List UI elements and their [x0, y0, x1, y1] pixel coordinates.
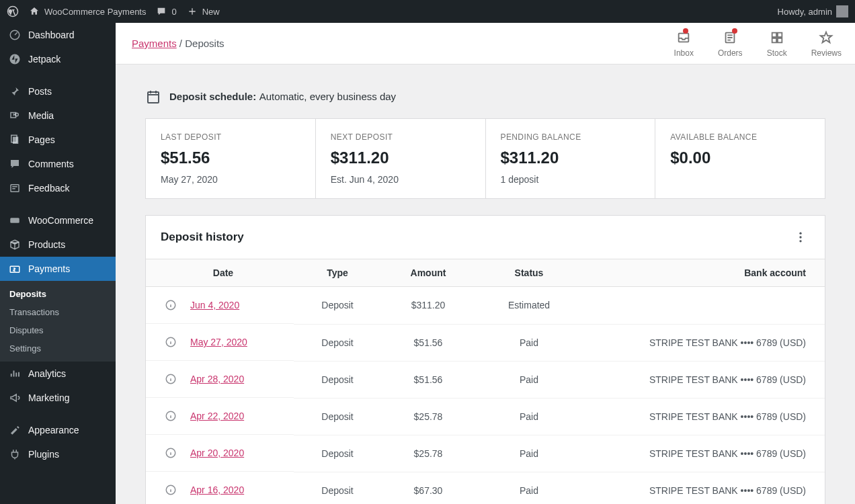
svg-point-17	[799, 236, 801, 238]
analytics-icon	[8, 367, 22, 380]
admin-bar: WooCommerce Payments 0 New Howdy, admin	[0, 0, 855, 23]
svg-rect-14	[778, 38, 782, 42]
comment-icon	[8, 157, 22, 171]
table-row[interactable]: May 27, 2020 Deposit $51.56 Paid STRIPE …	[146, 324, 825, 361]
site-link[interactable]: WooCommerce Payments	[28, 5, 146, 17]
card-title: NEXT DEPOSIT	[331, 132, 471, 142]
card-available-balance: AVAILABLE BALANCE $0.00	[655, 119, 825, 198]
col-bank[interactable]: Bank account	[583, 259, 825, 287]
col-amount[interactable]: Amount	[381, 259, 475, 287]
topbar-action-inbox[interactable]: Inbox	[674, 30, 694, 58]
cell-bank: STRIPE TEST BANK •••• 6789 (USD)	[583, 472, 825, 504]
deposit-date-link[interactable]: Jun 4, 2020	[190, 300, 239, 310]
breadcrumb-current: Deposits	[185, 38, 224, 49]
col-status[interactable]: Status	[475, 259, 583, 287]
svg-rect-7	[10, 218, 19, 223]
sidebar-sub-settings[interactable]: Settings	[0, 339, 116, 358]
cell-amount: $25.78	[381, 398, 475, 435]
cell-status: Paid	[475, 472, 583, 504]
table-row[interactable]: Jun 4, 2020 Deposit $311.20 Estimated	[146, 287, 825, 325]
summary-cards: LAST DEPOSIT $51.56 May 27, 2020 NEXT DE…	[145, 118, 825, 199]
card-sub: 1 deposit	[501, 174, 641, 185]
col-date[interactable]: Date	[146, 259, 294, 287]
sidebar-item-comments[interactable]: Comments	[0, 152, 116, 176]
calendar-icon	[145, 89, 161, 105]
cell-type: Deposit	[294, 287, 381, 325]
sidebar-item-feedback[interactable]: Feedback	[0, 176, 116, 200]
sidebar-item-pages[interactable]: Pages	[0, 128, 116, 152]
breadcrumb: Payments / Deposits	[132, 38, 225, 49]
deposit-date-link[interactable]: Apr 20, 2020	[190, 448, 244, 458]
table-row[interactable]: Apr 20, 2020 Deposit $25.78 Paid STRIPE …	[146, 435, 825, 472]
sidebar-item-label: Marketing	[28, 392, 69, 403]
breadcrumb-parent[interactable]: Payments	[132, 38, 177, 49]
card-value: $311.20	[331, 149, 471, 167]
table-row[interactable]: Apr 22, 2020 Deposit $25.78 Paid STRIPE …	[146, 398, 825, 435]
sidebar-item-label: Payments	[28, 263, 70, 274]
sidebar-submenu: Deposits Transactions Disputes Settings	[0, 281, 116, 362]
svg-point-16	[799, 233, 801, 235]
sidebar-item-analytics[interactable]: Analytics	[0, 362, 116, 386]
comments-count: 0	[171, 7, 176, 17]
topbar-action-label: Stock	[767, 48, 787, 58]
sidebar-item-appearance[interactable]: Appearance	[0, 418, 116, 442]
deposit-schedule: Deposit schedule: Automatic, every busin…	[145, 89, 825, 105]
sidebar-item-payments[interactable]: Payments	[0, 257, 116, 281]
wordpress-logo[interactable]	[7, 5, 19, 17]
table-row[interactable]: Apr 16, 2020 Deposit $67.30 Paid STRIPE …	[146, 472, 825, 504]
cell-bank: STRIPE TEST BANK •••• 6789 (USD)	[583, 398, 825, 435]
topbar-action-stock[interactable]: Stock	[767, 30, 787, 58]
sidebar-item-marketing[interactable]: Marketing	[0, 386, 116, 410]
sidebar-item-woocommerce[interactable]: WooCommerce	[0, 208, 116, 233]
sidebar-item-dashboard[interactable]: Dashboard	[0, 23, 116, 47]
cell-amount: $51.56	[381, 361, 475, 398]
topbar-actions: Inbox Orders Stock Reviews	[674, 30, 842, 58]
svg-point-2	[10, 54, 20, 65]
card-sub: May 27, 2020	[161, 174, 300, 185]
sidebar-item-label: WooCommerce	[28, 215, 93, 226]
sidebar-item-label: Analytics	[28, 368, 66, 379]
sidebar-sub-deposits[interactable]: Deposits	[0, 285, 116, 303]
more-button[interactable]	[791, 228, 810, 247]
info-icon	[165, 447, 177, 459]
card-title: PENDING BALANCE	[501, 132, 641, 142]
comment-icon	[155, 5, 167, 17]
account-link[interactable]: Howdy, admin	[778, 5, 848, 17]
wordpress-icon	[7, 5, 19, 17]
sidebar-item-products[interactable]: Products	[0, 233, 116, 257]
site-name: WooCommerce Payments	[44, 7, 146, 17]
avatar	[836, 5, 848, 17]
card-next-deposit: NEXT DEPOSIT $311.20 Est. Jun 4, 2020	[316, 119, 486, 198]
notification-dot	[683, 28, 688, 34]
cell-status: Estimated	[475, 287, 583, 325]
sidebar-item-label: Jetpack	[28, 54, 60, 65]
topbar-action-reviews[interactable]: Reviews	[811, 30, 842, 58]
col-type[interactable]: Type	[294, 259, 381, 287]
svg-rect-11	[772, 32, 776, 36]
new-link[interactable]: New	[186, 5, 220, 17]
cell-status: Paid	[475, 324, 583, 361]
topbar-action-orders[interactable]: Orders	[718, 30, 743, 58]
info-icon	[165, 373, 177, 385]
table-row[interactable]: Apr 28, 2020 Deposit $51.56 Paid STRIPE …	[146, 361, 825, 398]
cell-status: Paid	[475, 435, 583, 472]
sidebar-item-jetpack[interactable]: Jetpack	[0, 47, 116, 71]
deposit-date-link[interactable]: May 27, 2020	[190, 337, 247, 347]
sidebar-sub-disputes[interactable]: Disputes	[0, 321, 116, 339]
comments-link[interactable]: 0	[155, 5, 176, 17]
deposit-date-link[interactable]: Apr 16, 2020	[190, 485, 244, 495]
products-icon	[8, 238, 22, 251]
topbar: Payments / Deposits Inbox Orders Stock R…	[116, 23, 855, 65]
cell-amount: $67.30	[381, 472, 475, 504]
sidebar-sub-transactions[interactable]: Transactions	[0, 303, 116, 321]
deposit-history-panel: Deposit history Date Type Amount Status …	[145, 215, 825, 504]
sidebar-item-posts[interactable]: Posts	[0, 79, 116, 103]
cell-bank	[583, 287, 825, 325]
media-icon	[8, 109, 22, 122]
sidebar-item-media[interactable]: Media	[0, 103, 116, 128]
sidebar-item-plugins[interactable]: Plugins	[0, 442, 116, 466]
deposit-date-link[interactable]: Apr 28, 2020	[190, 374, 244, 384]
howdy-text: Howdy, admin	[778, 7, 832, 17]
deposit-date-link[interactable]: Apr 22, 2020	[190, 411, 244, 421]
notification-dot	[732, 28, 737, 34]
